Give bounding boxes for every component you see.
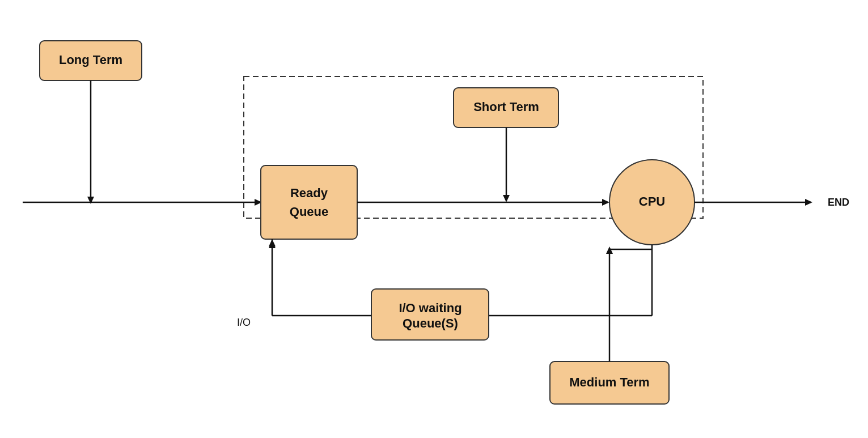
ready-queue-label2: Queue	[290, 205, 328, 219]
io-queue-label2: Queue(S)	[403, 316, 458, 330]
medium-term-label: Medium Term	[569, 375, 649, 389]
io-queue-label1: I/O waiting	[399, 301, 461, 315]
io-label: I/O	[237, 317, 251, 328]
cpu-label: CPU	[639, 194, 665, 209]
main-line-center-arrowhead	[602, 199, 609, 206]
ready-queue-label1: Ready	[290, 186, 328, 200]
long-term-label: Long Term	[59, 53, 122, 67]
end-label: END	[828, 197, 849, 208]
end-arrowhead	[805, 199, 812, 206]
ready-queue-box	[261, 165, 357, 239]
short-term-arrowhead	[503, 195, 510, 202]
short-term-label: Short Term	[473, 100, 539, 114]
medium-term-arrowhead	[606, 246, 613, 254]
